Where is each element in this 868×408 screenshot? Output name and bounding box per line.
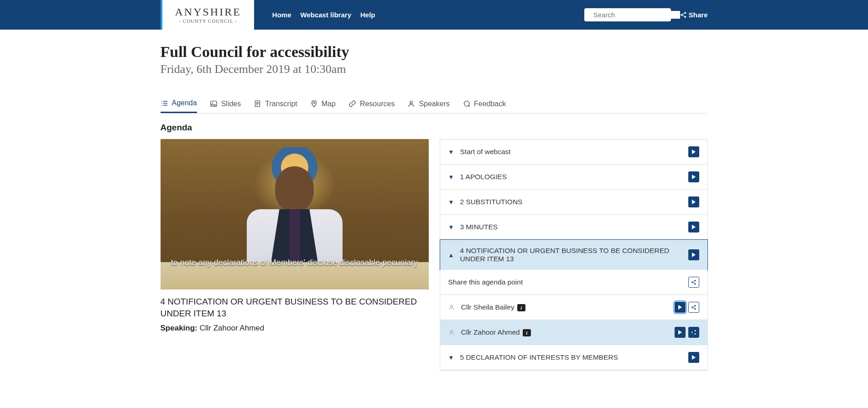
speaker-row[interactable]: Cllr Zahoor Ahmedi bbox=[440, 320, 707, 345]
play-button[interactable] bbox=[688, 352, 699, 363]
tab-feedback[interactable]: Feedback bbox=[463, 94, 506, 113]
agenda-item[interactable]: ▼2 SUBSTITUTIONS bbox=[440, 190, 707, 215]
tab-resources[interactable]: Resources bbox=[348, 94, 395, 113]
svg-point-6 bbox=[212, 103, 213, 103]
section-title: Agenda bbox=[161, 123, 708, 133]
agenda-item[interactable]: ▼1 APOLOGIES bbox=[440, 165, 707, 190]
top-bar: ANYSHIRE - COUNTY COUNCIL - Home Webcast… bbox=[0, 0, 868, 30]
chat-icon bbox=[463, 100, 470, 108]
user-icon bbox=[407, 100, 415, 108]
agenda-item[interactable]: ▼Start of webcast bbox=[440, 139, 707, 165]
share-button[interactable] bbox=[688, 302, 699, 313]
pin-icon bbox=[310, 100, 318, 108]
play-button[interactable] bbox=[688, 146, 699, 157]
nav-home[interactable]: Home bbox=[272, 11, 291, 19]
tab-map[interactable]: Map bbox=[310, 94, 336, 113]
chevron-down-icon: ▼ bbox=[448, 149, 454, 155]
link-icon bbox=[348, 100, 356, 108]
chevron-down-icon: ▼ bbox=[448, 174, 454, 181]
page-subtitle: Friday, 6th December 2019 at 10:30am bbox=[161, 62, 708, 76]
logo[interactable]: ANYSHIRE - COUNTY COUNCIL - bbox=[161, 0, 254, 30]
search-input[interactable] bbox=[593, 11, 680, 19]
info-badge[interactable]: i bbox=[523, 329, 531, 336]
nav-help[interactable]: Help bbox=[360, 11, 375, 19]
list-icon bbox=[161, 99, 168, 107]
tabs: AgendaSlidesTranscriptMapResourcesSpeake… bbox=[161, 94, 708, 114]
agenda-list: ▼Start of webcast▼1 APOLOGIES▼2 SUBSTITU… bbox=[440, 139, 708, 371]
speaking-line: Speaking: Cllr Zahoor Ahmed bbox=[161, 324, 429, 333]
tab-agenda[interactable]: Agenda bbox=[161, 94, 197, 113]
info-badge[interactable]: i bbox=[517, 304, 525, 311]
play-button[interactable] bbox=[688, 171, 699, 182]
main-nav: Home Webcast library Help bbox=[272, 11, 375, 19]
video-caption: to note any declarations of Members' dis… bbox=[161, 258, 429, 268]
video-player[interactable]: to note any declarations of Members' dis… bbox=[161, 139, 429, 289]
share-agenda-point: Share this agenda point bbox=[440, 270, 707, 295]
person-icon bbox=[448, 329, 455, 336]
agenda-item[interactable]: ▼3 MINUTES bbox=[440, 215, 707, 240]
share-button[interactable] bbox=[688, 327, 699, 338]
svg-point-9 bbox=[410, 101, 413, 104]
share-button[interactable] bbox=[688, 277, 699, 288]
play-button[interactable] bbox=[675, 327, 686, 338]
page-title: Full Council for accessibility bbox=[161, 43, 708, 61]
search-box[interactable] bbox=[584, 8, 671, 21]
chevron-down-icon: ▼ bbox=[448, 199, 454, 206]
person-icon bbox=[448, 304, 455, 310]
share-icon bbox=[680, 11, 687, 18]
play-button[interactable] bbox=[688, 222, 699, 232]
play-button[interactable] bbox=[688, 249, 699, 260]
svg-point-13 bbox=[450, 305, 452, 307]
svg-point-8 bbox=[313, 102, 315, 104]
chevron-down-icon: ▼ bbox=[448, 354, 454, 361]
image-icon bbox=[210, 100, 218, 108]
logo-sub: - COUNTY COUNCIL - bbox=[175, 18, 241, 24]
agenda-item[interactable]: ▼5 DECLARATION OF INTERESTS BY MEMBERS bbox=[440, 345, 707, 370]
play-button[interactable] bbox=[688, 196, 699, 207]
chevron-up-icon: ▲ bbox=[448, 252, 454, 258]
speaker-row[interactable]: Cllr Sheila Baileyi bbox=[440, 295, 707, 320]
tab-slides[interactable]: Slides bbox=[210, 94, 241, 113]
agenda-item[interactable]: ▲4 NOTIFICATION OR URGENT BUSINESS TO BE… bbox=[440, 239, 708, 270]
current-agenda-title: 4 NOTIFICATION OR URGENT BUSINESS TO BE … bbox=[161, 296, 429, 319]
chevron-down-icon: ▼ bbox=[448, 224, 454, 231]
tab-speakers[interactable]: Speakers bbox=[407, 94, 450, 113]
nav-webcast-library[interactable]: Webcast library bbox=[301, 11, 351, 19]
tab-transcript[interactable]: Transcript bbox=[254, 94, 297, 113]
logo-main: ANYSHIRE bbox=[175, 6, 241, 18]
doc-icon bbox=[254, 100, 261, 108]
svg-point-17 bbox=[450, 330, 452, 332]
play-button[interactable] bbox=[675, 302, 686, 313]
share-button[interactable]: Share bbox=[680, 11, 708, 19]
